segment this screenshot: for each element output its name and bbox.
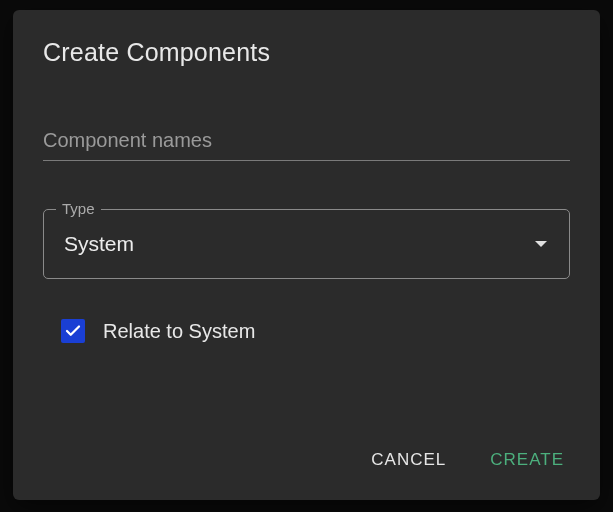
chevron-down-icon <box>535 241 547 247</box>
create-button[interactable]: CREATE <box>488 444 566 476</box>
dialog-actions: CANCEL CREATE <box>43 444 570 480</box>
relate-to-system-row: Relate to System <box>43 319 570 343</box>
component-names-input[interactable] <box>43 125 570 161</box>
component-names-field <box>43 125 570 161</box>
relate-to-system-label: Relate to System <box>103 320 255 343</box>
check-icon <box>64 322 82 340</box>
relate-to-system-checkbox[interactable] <box>61 319 85 343</box>
type-select-value: System <box>64 232 134 256</box>
type-select-label: Type <box>56 200 101 217</box>
type-select[interactable]: Type System <box>43 209 570 279</box>
cancel-button[interactable]: CANCEL <box>369 444 448 476</box>
dialog-title: Create Components <box>43 38 570 67</box>
create-components-dialog: Create Components Type System Relate to … <box>13 10 600 500</box>
